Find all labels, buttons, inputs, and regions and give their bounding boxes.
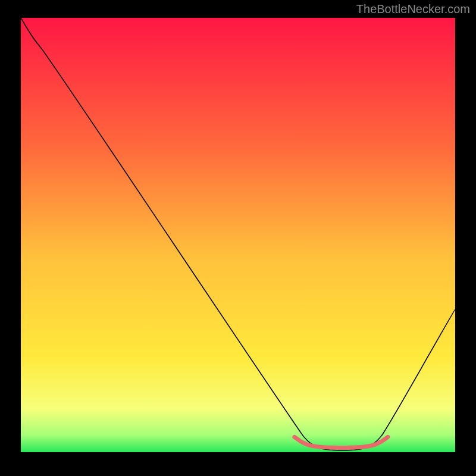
chart-container: TheBottleNecker.com — [0, 0, 476, 476]
plot-area — [21, 18, 455, 452]
gradient-background — [21, 18, 455, 452]
chart-svg — [21, 18, 455, 452]
watermark: TheBottleNecker.com — [356, 2, 470, 16]
